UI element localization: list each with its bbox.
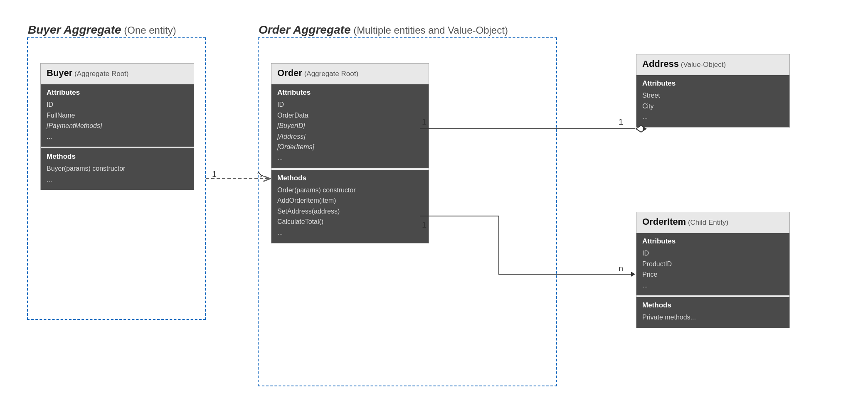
order-attr-id: ID: [277, 99, 423, 110]
order-entity-header: Order (Aggregate Root): [271, 64, 429, 82]
orderitem-attr-ellipsis: ...: [642, 280, 784, 291]
order-attr-orderitems: [OrderItems]: [277, 142, 423, 152]
buyer-aggregate-title-normal: (One entity): [121, 25, 176, 36]
buyer-attr-fullname: FullName: [47, 110, 188, 121]
order-title-bold: Order: [277, 68, 302, 78]
order-attributes-section: Attributes ID OrderData [BuyerID] [Addre…: [271, 84, 429, 168]
buyer-attr-paymentmethods: [PaymentMethods]: [47, 120, 188, 131]
orderitem-method-private: Private methods...: [642, 312, 784, 323]
orderitem-attributes-label: Attributes: [642, 237, 784, 246]
address-title-bold: Address: [642, 59, 679, 69]
order-orderitem-mult-order: 1: [422, 220, 427, 230]
buyer-entity: Buyer (Aggregate Root) Attributes ID Ful…: [40, 63, 194, 190]
orderitem-attr-productid: ProductID: [642, 259, 784, 270]
buyer-attr-id: ID: [47, 99, 188, 110]
buyer-methods-label: Methods: [47, 152, 188, 161]
buyer-title-normal: (Aggregate Root): [72, 70, 128, 78]
address-attributes-label: Attributes: [642, 79, 784, 88]
buyer-methods-section: Methods Buyer(params) constructor ...: [41, 148, 194, 189]
orderitem-entity-header: OrderItem (Child Entity): [636, 212, 789, 231]
buyer-entity-header: Buyer (Aggregate Root): [41, 64, 194, 82]
order-method-calculatetotal: CalculateTotal(): [277, 216, 423, 227]
address-attr-ellipsis: ...: [642, 111, 784, 122]
order-aggregate-box: Order Aggregate (Multiple entities and V…: [258, 37, 557, 386]
orderitem-entity-title: OrderItem (Child Entity): [642, 216, 728, 227]
orderitem-attributes-section: Attributes ID ProductID Price ...: [636, 233, 789, 295]
order-address-mult-right: 1: [619, 117, 623, 127]
order-method-constructor: Order(params) constructor: [277, 185, 423, 196]
orderitem-entity: OrderItem (Child Entity) Attributes ID P…: [636, 212, 790, 328]
order-orderitem-mult-n: n: [619, 264, 623, 273]
order-methods-label: Methods: [277, 174, 423, 182]
order-aggregate-title-bold: Order Aggregate: [259, 23, 350, 36]
address-entity: Address (Value-Object) Attributes Street…: [636, 54, 790, 128]
buyer-attr-ellipsis: ...: [47, 131, 188, 142]
buyer-method-constructor: Buyer(params) constructor: [47, 163, 188, 174]
buyer-aggregate-box: Buyer Aggregate (One entity) Buyer (Aggr…: [27, 37, 206, 320]
order-attr-orderdata: OrderData: [277, 110, 423, 121]
order-entity: Order (Aggregate Root) Attributes ID Ord…: [271, 63, 429, 243]
address-entity-title: Address (Value-Object): [642, 59, 726, 69]
order-methods-section: Methods Order(params) constructor AddOrd…: [271, 170, 429, 243]
orderitem-attr-price: Price: [642, 269, 784, 280]
orderitem-title-normal: (Child Entity): [686, 219, 728, 226]
address-attr-city: City: [642, 101, 784, 112]
buyer-aggregate-label: Buyer Aggregate (One entity): [28, 23, 176, 37]
diagram-container: Buyer Aggregate (One entity) Buyer (Aggr…: [0, 0, 868, 420]
address-attributes-section: Attributes Street City ...: [636, 75, 789, 127]
buyer-title-bold: Buyer: [47, 68, 72, 78]
buyer-entity-title: Buyer (Aggregate Root): [47, 68, 129, 78]
order-address-mult-left: 1: [422, 117, 427, 127]
order-attr-address: [Address]: [277, 131, 423, 142]
order-attr-ellipsis: ...: [277, 152, 423, 163]
order-attr-buyerid: [BuyerID]: [277, 120, 423, 131]
address-attr-street: Street: [642, 90, 784, 101]
order-aggregate-title-normal: (Multiple entities and Value-Object): [350, 25, 508, 36]
orderitem-methods-label: Methods: [642, 301, 784, 309]
order-aggregate-label: Order Aggregate (Multiple entities and V…: [259, 23, 508, 37]
orderitem-attr-id: ID: [642, 248, 784, 259]
address-entity-header: Address (Value-Object): [636, 54, 789, 73]
order-attributes-label: Attributes: [277, 88, 423, 97]
buyer-aggregate-title-bold: Buyer Aggregate: [28, 23, 121, 36]
address-title-normal: (Value-Object): [679, 61, 726, 69]
order-method-addorderitem: AddOrderItem(item): [277, 195, 423, 206]
order-method-ellipsis: ...: [277, 227, 423, 238]
order-method-setaddress: SetAddress(address): [277, 206, 423, 217]
order-entity-title: Order (Aggregate Root): [277, 68, 358, 78]
buyer-attributes-label: Attributes: [47, 88, 188, 97]
buyer-attributes-section: Attributes ID FullName [PaymentMethods] …: [41, 84, 194, 147]
orderitem-methods-section: Methods Private methods...: [636, 297, 789, 328]
buyer-method-ellipsis: ...: [47, 174, 188, 185]
buyer-order-mult-left: 1: [212, 169, 217, 179]
order-to-orderitem-arrowhead: [631, 272, 635, 277]
orderitem-title-bold: OrderItem: [642, 216, 686, 227]
order-title-normal: (Aggregate Root): [302, 70, 358, 78]
